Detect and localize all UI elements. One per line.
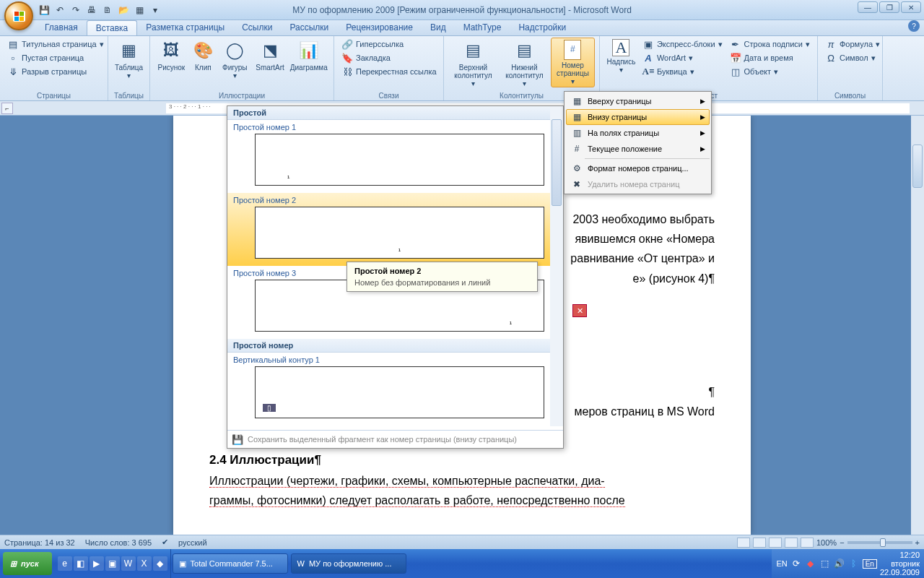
quick-access-toolbar: 💾 ↶ ↷ 🖶 🗎 📂 ▦ ▾ bbox=[38, 4, 162, 17]
status-page[interactable]: Страница: 14 из 32 bbox=[4, 538, 75, 547]
view-print-icon[interactable] bbox=[737, 538, 750, 548]
bookmark-button[interactable]: 🔖Закладка bbox=[339, 51, 440, 64]
maximize-button[interactable]: ❐ bbox=[879, 1, 899, 13]
view-read-icon[interactable] bbox=[753, 538, 766, 548]
symbol-button[interactable]: ΩСимвол ▾ bbox=[822, 51, 883, 64]
tab-addins[interactable]: Надстройки bbox=[510, 20, 575, 35]
pn-bottom[interactable]: ▦Внизу страницы▶ bbox=[566, 109, 710, 125]
ql-word-icon[interactable]: W bbox=[121, 556, 136, 571]
task-word[interactable]: WМУ по оформлению ... bbox=[291, 553, 406, 574]
lang-indicator[interactable]: En bbox=[863, 559, 877, 569]
datetime-button[interactable]: 📅Дата и время bbox=[727, 51, 813, 64]
ql-desktop-icon[interactable]: ◧ bbox=[74, 556, 88, 571]
qat-more-icon[interactable]: ▾ bbox=[149, 4, 162, 17]
pn-format[interactable]: ⚙Формат номеров страниц... bbox=[566, 160, 710, 176]
spellcheck-icon[interactable]: ✔ bbox=[162, 538, 168, 547]
signature-button[interactable]: ✒Строка подписи ▾ bbox=[727, 38, 813, 51]
help-icon[interactable]: ? bbox=[908, 20, 920, 32]
gallery-item-2[interactable]: Простой номер 2 ¹ bbox=[227, 193, 563, 266]
view-outline-icon[interactable] bbox=[785, 538, 798, 548]
ql-excel-icon[interactable]: X bbox=[137, 556, 152, 571]
status-lang[interactable]: русский bbox=[178, 538, 206, 547]
title-page-button[interactable]: ▤Титульная страница ▾ bbox=[4, 38, 107, 51]
tray-bt-icon[interactable]: ᛒ bbox=[848, 558, 860, 569]
equation-button[interactable]: πФормула ▾ bbox=[822, 38, 883, 51]
label: Удалить номера страниц bbox=[588, 180, 680, 189]
ql-app-icon[interactable]: ◆ bbox=[153, 556, 167, 571]
clip-button[interactable]: 🎨Клип bbox=[190, 38, 217, 73]
close-button[interactable]: ✕ bbox=[901, 1, 921, 13]
pn-top[interactable]: ▦Вверху страницы▶ bbox=[566, 93, 710, 109]
zoom-thumb[interactable] bbox=[880, 538, 886, 547]
input-lang[interactable]: EN bbox=[776, 559, 787, 568]
start-button[interactable]: ⊞пуск bbox=[3, 552, 52, 575]
zoom-in-button[interactable]: + bbox=[915, 538, 920, 547]
dropcap-button[interactable]: A≡Буквица ▾ bbox=[640, 65, 725, 78]
table-button[interactable]: ▦Таблица▾ bbox=[113, 38, 145, 81]
preview-icon[interactable]: 🗎 bbox=[101, 4, 114, 17]
ql-ie-icon[interactable]: e bbox=[58, 556, 72, 571]
tray-vol-icon[interactable]: 🔊 bbox=[834, 558, 845, 569]
crossref-button[interactable]: ⛓Перекрестная ссылка bbox=[339, 65, 440, 78]
page-number-button[interactable]: #Номер страницы▾ bbox=[551, 38, 595, 87]
textbox-button[interactable]: AНадпись▾ bbox=[604, 38, 638, 75]
vertical-scrollbar[interactable] bbox=[911, 116, 924, 535]
zoom-out-button[interactable]: − bbox=[840, 538, 844, 547]
shapes-button[interactable]: ◯Фигуры▾ bbox=[218, 38, 252, 81]
tray-net-icon[interactable]: ⬚ bbox=[819, 558, 831, 569]
table-icon[interactable]: ▦ bbox=[133, 4, 146, 17]
gallery-item-1[interactable]: Простой номер 1 ¹ bbox=[227, 120, 563, 193]
footer-button[interactable]: ▤Нижний колонтитул▾ bbox=[500, 38, 549, 89]
chart-button[interactable]: 📊Диаграмма bbox=[288, 38, 329, 73]
tab-mail[interactable]: Рассылки bbox=[281, 20, 337, 35]
hyperlink-button[interactable]: 🔗Гиперссылка bbox=[339, 38, 440, 51]
tab-view[interactable]: Вид bbox=[422, 20, 455, 35]
zoom-level[interactable]: 100% bbox=[816, 538, 837, 547]
tray-update-icon[interactable]: ⟳ bbox=[790, 558, 802, 569]
office-button[interactable] bbox=[4, 1, 33, 30]
open-icon[interactable]: 📂 bbox=[117, 4, 130, 17]
view-draft-icon[interactable] bbox=[801, 538, 814, 548]
ribbon-tabs: Главная Вставка Разметка страницы Ссылки… bbox=[0, 20, 924, 36]
picture-button[interactable]: 🖼Рисунок bbox=[154, 38, 188, 73]
tab-mathtype[interactable]: MathType bbox=[455, 20, 510, 35]
tab-layout[interactable]: Разметка страницы bbox=[137, 20, 233, 35]
ruler-corner[interactable]: ⌐ bbox=[1, 103, 13, 114]
tab-home[interactable]: Главная bbox=[36, 20, 87, 35]
quickparts-button[interactable]: ▣Экспресс-блоки ▾ bbox=[640, 38, 725, 51]
redo-icon[interactable]: ↷ bbox=[69, 4, 82, 17]
embedded-close-icon[interactable]: ✕ bbox=[572, 304, 587, 317]
ql-tc-icon[interactable]: ▣ bbox=[105, 556, 120, 571]
task-totalcommander[interactable]: ▣Total Commander 7.5... bbox=[173, 553, 288, 574]
status-words[interactable]: Число слов: 3 695 bbox=[85, 538, 152, 547]
gallery-scrollbar[interactable] bbox=[550, 106, 563, 426]
wordart-button[interactable]: AWordArt ▾ bbox=[640, 51, 725, 64]
ql-media-icon[interactable]: ▶ bbox=[90, 556, 104, 571]
preview: ▯ bbox=[255, 366, 544, 418]
page-number-menu: ▦Вверху страницы▶ ▦Внизу страницы▶ ▥На п… bbox=[564, 91, 712, 194]
zoom-slider[interactable] bbox=[847, 541, 912, 544]
tab-refs[interactable]: Ссылки bbox=[233, 20, 281, 35]
minimize-button[interactable]: — bbox=[858, 1, 878, 13]
save-icon[interactable]: 💾 bbox=[38, 4, 51, 17]
page-break-button[interactable]: ⤋Разрыв страницы bbox=[4, 65, 107, 78]
pn-margins[interactable]: ▥На полях страницы▶ bbox=[566, 125, 710, 141]
table-icon: ▦ bbox=[118, 39, 141, 62]
undo-icon[interactable]: ↶ bbox=[53, 4, 66, 17]
gallery-item-4[interactable]: Вертикальный контур 1 ▯ bbox=[227, 353, 563, 426]
smartart-button[interactable]: ⬔SmartArt bbox=[253, 38, 287, 73]
day: вторник bbox=[880, 559, 920, 568]
object-button[interactable]: ◫Объект ▾ bbox=[727, 65, 813, 78]
tray-clock[interactable]: 12:20 вторник 22.09.2009 bbox=[880, 551, 920, 577]
print-icon[interactable]: 🖶 bbox=[85, 4, 98, 17]
view-web-icon[interactable] bbox=[769, 538, 782, 548]
tab-review[interactable]: Рецензирование bbox=[337, 20, 422, 35]
tab-insert[interactable]: Вставка bbox=[87, 20, 138, 35]
pn-current[interactable]: #Текущее положение▶ bbox=[566, 141, 710, 157]
tray-av-icon[interactable]: ◆ bbox=[805, 558, 816, 569]
blank-page-button[interactable]: ▫Пустая страница bbox=[4, 51, 107, 64]
scrollbar-thumb[interactable] bbox=[552, 119, 562, 206]
label: WordArt bbox=[657, 53, 686, 62]
header-button[interactable]: ▤Верхний колонтитул▾ bbox=[448, 38, 498, 89]
scrollbar-thumb[interactable] bbox=[912, 144, 923, 188]
